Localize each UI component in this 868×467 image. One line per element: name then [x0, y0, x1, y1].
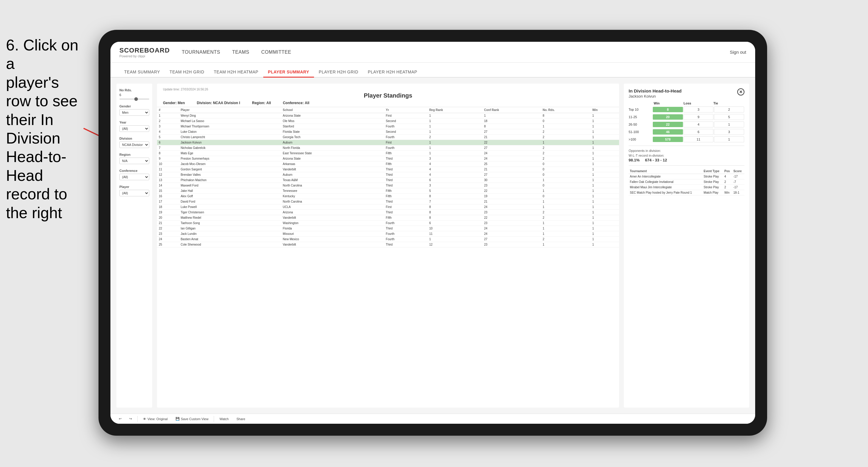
logo-subtitle: Powered by clippi	[119, 54, 170, 58]
table-row[interactable]: 12 Brendan Valles Auburn Third 4 27 0 1	[157, 172, 619, 178]
tour-type: Stroke Play	[702, 179, 723, 185]
save-icon: 💾	[176, 417, 180, 421]
save-custom-button[interactable]: 💾 Save Custom View	[173, 416, 211, 422]
cell-rds: 1	[541, 242, 590, 247]
table-row[interactable]: 19 Tiger Christensen Arizona Third 8 23 …	[157, 210, 619, 215]
logo-title: SCOREBOARD	[119, 46, 170, 54]
table-row[interactable]: 9 Preston Summerhays Arizona State Third…	[157, 156, 619, 161]
cell-yr: Fifth	[384, 215, 428, 220]
cell-yr: Third	[384, 172, 428, 178]
redo-button[interactable]: ↪	[127, 416, 134, 422]
share-button[interactable]: Share	[234, 416, 247, 422]
cell-player: Jackson Koivun	[179, 140, 281, 145]
player-select[interactable]: (All)	[119, 190, 149, 196]
cell-reg: 4	[428, 172, 483, 178]
cell-rds: 2	[541, 145, 590, 151]
cell-player: Nicholas Gabrelcik	[179, 145, 281, 151]
player-table: # Player School Yr Reg Rank Conf Rank No…	[157, 107, 619, 247]
region-filter: Region N/A	[119, 153, 149, 164]
col-player: Player	[179, 107, 281, 113]
toolbar-divider-2	[214, 416, 214, 422]
subnav-player-h2h-heatmap[interactable]: PLAYER H2H HEATMAP	[363, 67, 422, 77]
table-row[interactable]: 23 Jack Lundin Missouri Fourth 11 24 1 1	[157, 231, 619, 237]
col-school: School	[281, 107, 384, 113]
cell-yr: First	[384, 113, 428, 119]
col-num: #	[157, 107, 179, 113]
table-row[interactable]: 24 Bastien Amat New Mexico Fourth 1 27 2…	[157, 237, 619, 242]
table-row[interactable]: 16 Alex Goff Kentucky Fifth 8 19 0 1	[157, 194, 619, 199]
table-row[interactable]: 22 Ian Gilligan Florida Third 10 24 1 1	[157, 226, 619, 231]
cell-num: 16	[157, 194, 179, 199]
cell-school: Vanderbilt	[281, 215, 384, 220]
cell-rds: 1	[541, 188, 590, 194]
conference-select[interactable]: (All)	[119, 174, 149, 180]
view-original-button[interactable]: 👁 View: Original	[141, 416, 170, 422]
instruction-line3: their In Division	[6, 111, 60, 147]
subnav-player-summary[interactable]: PLAYER SUMMARY	[263, 67, 314, 77]
table-row[interactable]: 20 Matthew Riedel Vanderbilt Fifth 8 22 …	[157, 215, 619, 220]
cell-win: 1	[590, 226, 619, 231]
cell-num: 8	[157, 151, 179, 156]
table-row[interactable]: 1 Wenyi Ding Arizona State First 1 1 8 1	[157, 113, 619, 119]
tour-pos: 4	[723, 174, 732, 179]
h2h-panel: In Division Head-to-Head Jackson Koivun …	[624, 84, 749, 408]
table-row[interactable]: 14 Maxwell Ford North Carolina Third 3 2…	[157, 183, 619, 188]
table-row[interactable]: 7 Nicholas Gabrelcik North Florida Fourt…	[157, 145, 619, 151]
cell-win: 1	[590, 199, 619, 205]
no-rds-slider[interactable]	[119, 98, 149, 100]
table-row[interactable]: 11 Gordon Sargent Vanderbilt Third 4 21 …	[157, 167, 619, 172]
table-row[interactable]: 17 David Ford North Carolina Third 7 21 …	[157, 199, 619, 205]
table-row[interactable]: 8 Mats Ege East Tennessee State Fifth 1 …	[157, 151, 619, 156]
gender-select[interactable]: Men	[119, 109, 149, 116]
cell-conf: 22	[483, 188, 541, 194]
division-select[interactable]: NCAA Division I	[119, 142, 149, 148]
table-row[interactable]: 3 Michael Thorbjornsen Stanford Fourth 1…	[157, 124, 619, 129]
table-row[interactable]: 25 Cole Sherwood Vanderbilt Third 12 23 …	[157, 242, 619, 247]
cell-yr: Third	[384, 167, 428, 172]
table-row[interactable]: 2 Michael La Sasso Ole Miss Second 1 18 …	[157, 119, 619, 124]
col-win: Win	[590, 107, 619, 113]
h2h-close-button[interactable]: ✕	[737, 88, 744, 95]
cell-rds: 0	[541, 194, 590, 199]
table-row[interactable]: 21 Taehoon Song Washington Fourth 6 23 1…	[157, 220, 619, 226]
table-row[interactable]: 10 Jacob Moc-Olesen Arkansas Fifth 4 25 …	[157, 161, 619, 167]
instruction-line1: 6. Click on a	[6, 36, 79, 72]
slider-handle[interactable]	[134, 97, 138, 101]
subnav-team-h2h-heatmap[interactable]: TEAM H2H HEATMAP	[209, 67, 263, 77]
subnav-team-h2h-grid[interactable]: TEAM H2H GRID	[165, 67, 209, 77]
table-row[interactable]: 15 Jake Hall Tennessee Fifth 5 22 1 1	[157, 188, 619, 194]
undo-button[interactable]: ↩	[116, 416, 124, 422]
table-row[interactable]: 13 Phichaksn Maichon Texas A&M Third 6 3…	[157, 178, 619, 183]
year-filter: Year (All)	[119, 121, 149, 132]
cell-player: Michael La Sasso	[179, 119, 281, 124]
table-row[interactable]: 5 Christo Lamprecht Georgia Tech Fourth …	[157, 134, 619, 140]
cell-yr: Third	[384, 210, 428, 215]
subnav-team-summary[interactable]: TEAM SUMMARY	[119, 67, 165, 77]
h2h-cell-win: 46	[653, 129, 683, 134]
table-row[interactable]: 18 Luke Powell UCLA First 8 24 1 1	[157, 205, 619, 210]
tour-col-name: Tournament	[629, 168, 702, 174]
region-select[interactable]: N/A	[119, 158, 149, 164]
cell-num: 23	[157, 231, 179, 237]
table-row[interactable]: 4 Luke Claton Florida State Second 1 27 …	[157, 129, 619, 134]
subnav-player-h2h-grid[interactable]: PLAYER H2H GRID	[314, 67, 363, 77]
watch-button[interactable]: Watch	[217, 416, 231, 422]
cell-reg: 1	[428, 140, 483, 145]
h2h-cell-tie: 2	[714, 106, 744, 113]
nav-teams[interactable]: TEAMS	[232, 47, 250, 57]
table-row[interactable]: 6 Jackson Koivun Auburn First 1 22 1 1	[157, 140, 619, 145]
conference-filter: Conference (All)	[119, 169, 149, 180]
cell-school: Florida	[281, 226, 384, 231]
instruction-line2: player's row to see	[6, 74, 78, 110]
cell-num: 18	[157, 205, 179, 210]
nav-tournaments[interactable]: TOURNAMENTS	[182, 47, 220, 57]
cell-num: 20	[157, 215, 179, 220]
tournament-row: SEC Match Play hosted by Jerry Pate Roun…	[629, 190, 744, 195]
nav-committee[interactable]: COMMITTEE	[261, 47, 291, 57]
cell-win: 1	[590, 134, 619, 140]
sign-out-link[interactable]: Sign out	[730, 50, 746, 55]
year-select[interactable]: (All)	[119, 125, 149, 132]
cell-player: Matthew Riedel	[179, 215, 281, 220]
cell-win: 1	[590, 194, 619, 199]
cell-conf: 27	[483, 172, 541, 178]
